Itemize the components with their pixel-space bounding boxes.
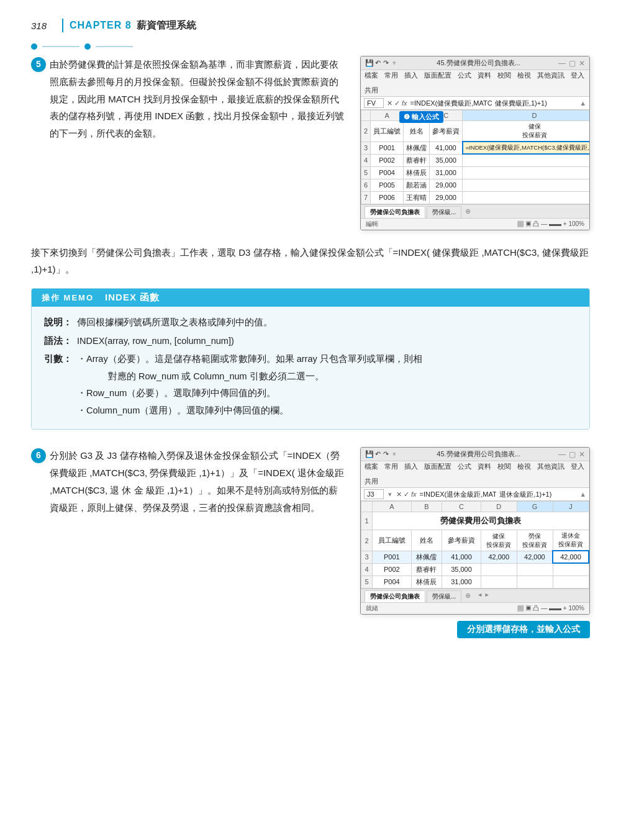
cell2-g3: 42,000 [517, 551, 553, 563]
memo-header: 操作 MEMO INDEX 函數 [32, 289, 589, 307]
col2-header-a: A [373, 502, 412, 512]
memo-args-row: 引數： ・Array（必要）。這是儲存格範圍或常數陣列。如果 array 只包含… [44, 351, 577, 419]
excel2-sep: ▾ [392, 450, 396, 458]
step5-excel-figure: 💾 ↶ ↷ ▾ 45.勞健保費用公司負擔表... — ▢ ✕ 檔案 常用 插入 [360, 56, 590, 230]
ribbon-share[interactable]: 共用 [365, 86, 378, 95]
table-row-5: 5 P004 林倩辰 31,000 [361, 166, 591, 179]
excel2-window-btns: — ▢ ✕ [558, 450, 585, 459]
excel1-close-icon: ✕ [579, 59, 585, 68]
table-row-7: 7 P006 王宥晴 29,000 [361, 191, 591, 204]
memo-box: 操作 MEMO INDEX 函數 說明： 傳回根據欄列號碼所選取之表格或陣列中的… [31, 288, 590, 430]
ribbon2-other[interactable]: 其他資訊 [537, 463, 564, 471]
cell2-d5 [481, 576, 517, 588]
ribbon2-home[interactable]: 常用 [384, 463, 398, 471]
table2-row-4: 4 P002 蔡睿軒 35,000 [361, 563, 589, 576]
step5-text2-content: 接下來切換到「勞健保公司負擔表」工作表，選取 D3 儲存格，輸入健保投保金額公式… [31, 247, 589, 275]
page-header: 318 CHAPTER 8 薪資管理系統 [31, 19, 590, 32]
ribbon-login[interactable]: 登入 [571, 71, 584, 80]
cell-d3-formula[interactable]: =INDEX(健保費級距,MATCH($C3,健保費級距,1)+1) [463, 142, 590, 154]
cell2-j5 [553, 576, 589, 588]
row-num-4: 4 [361, 154, 371, 166]
cell2-d3: 42,000 [481, 551, 517, 563]
excel1-add-sheet[interactable]: ⊕ [463, 206, 473, 218]
cell-a2: 員工編號 [371, 121, 404, 142]
step5-circle: 5 [31, 57, 46, 72]
chapter-label: CHAPTER 8 [70, 20, 132, 31]
cell2-b3: 林佩儒 [411, 551, 442, 563]
excel2-status-label: 就緒 [366, 604, 378, 613]
cell-b6: 顏若涵 [404, 179, 430, 191]
excel2-tab1[interactable]: 勞健保公司負擔表 [365, 590, 425, 602]
step6-bottom-callout-wrap: 分別選擇儲存格，並輸入公式 [360, 617, 590, 638]
cell-d4 [463, 154, 590, 166]
ribbon2-data[interactable]: 資料 [478, 463, 491, 471]
ribbon-home[interactable]: 常用 [384, 71, 398, 80]
ribbon-view[interactable]: 檢視 [517, 71, 531, 80]
ribbon2-file[interactable]: 檔案 [365, 463, 378, 471]
cell2-d2: 健保投保薪資 [481, 530, 517, 551]
step6-bottom-callout: 分別選擇儲存格，並輸入公式 [457, 621, 590, 638]
cell2-j3[interactable]: 42,000 [553, 551, 589, 563]
excel2-formula: =INDEX(退休金級距,MATCH($C3, [420, 490, 497, 499]
excel1-namebox[interactable]: FV [364, 98, 384, 108]
cell2-a3: P001 [373, 551, 412, 563]
row-num-3: 3 [361, 142, 371, 154]
formula-cancel-icon: ✕ [387, 99, 392, 107]
ribbon2-formula[interactable]: 公式 [458, 463, 471, 471]
ribbon2-share[interactable]: 共用 [365, 477, 378, 486]
col2-header-g: G [517, 502, 553, 512]
ribbon2-review[interactable]: 校閱 [497, 463, 511, 471]
ribbon-other[interactable]: 其他資訊 [537, 71, 564, 80]
cell-a4: P002 [371, 154, 404, 166]
step6-text: 分別於 G3 及 J3 儲存格輸入勞保及退休金投保金額公式「=INDEX（勞保費… [50, 447, 347, 516]
ribbon-layout[interactable]: 版面配置 [424, 71, 451, 80]
ribbon-insert[interactable]: 插入 [404, 71, 418, 80]
excel1-tab2[interactable]: 勞保級... [427, 206, 461, 218]
row2-num-2: 2 [361, 530, 373, 551]
excel1-statusbar: 編輯 ▦ ▣ 凸 — ▬▬ + 100% [361, 218, 589, 230]
cell-d5 [463, 166, 590, 179]
ribbon-review[interactable]: 校閱 [497, 71, 511, 80]
excel2-minimize-icon: — [558, 450, 566, 459]
memo-body: 說明： 傳回根據欄列號碼所選取之表格或陣列中的值。 語法： INDEX(arra… [32, 307, 589, 429]
ribbon-file[interactable]: 檔案 [365, 71, 378, 80]
table-row-4: 4 P002 蔡睿軒 35,000 [361, 154, 591, 166]
ribbon2-insert[interactable]: 插入 [404, 463, 418, 471]
excel2-tab2[interactable]: 勞保級... [427, 590, 461, 602]
ribbon-formula[interactable]: 公式 [458, 71, 471, 80]
step6-circle: 6 [31, 448, 46, 463]
excel2-add-sheet[interactable]: ⊕ [463, 590, 473, 602]
header-dots-decoration [31, 43, 590, 50]
memo-label: 操作 MEMO [42, 292, 94, 304]
memo-title: INDEX 函數 [105, 292, 160, 304]
chapter-title: 薪資管理系統 [137, 19, 196, 32]
memo-args-label: 引數： [44, 351, 72, 419]
ribbon2-layout[interactable]: 版面配置 [424, 463, 451, 471]
header-divider [62, 19, 63, 32]
excel2-undo-icon: ↶ [375, 450, 381, 458]
excel1-status-label: 編輯 [366, 220, 378, 228]
cell2-a2: 員工編號 [373, 530, 412, 551]
formula2-fx-icon: fx [411, 490, 417, 498]
excel1-ribbon: 檔案 常用 插入 版面配置 公式 資料 校閱 檢視 其他資訊 登入 共用 [361, 70, 589, 97]
memo-arg-1-cont: 對應的 Row_num 或 Column_num 引數必須二選一。 [108, 368, 577, 386]
excel2-tabs: 勞健保公司負擔表 勞保級... ⊕ ◄ ► [361, 589, 589, 602]
excel2-scroll-tabs: ◄ ► [473, 590, 493, 602]
excel2-close-icon: ✕ [579, 450, 585, 459]
row-num-6: 6 [361, 179, 371, 191]
dot-1 [31, 43, 37, 50]
ribbon2-view[interactable]: 檢視 [517, 463, 531, 471]
table-row-header: 2 員工編號 姓名 參考薪資 健保投保薪資 健保公司負擔 健保費用小計 [361, 121, 591, 142]
cell2-a4: P002 [373, 563, 412, 576]
excel1-tab1[interactable]: 勞健保公司負擔表 [365, 206, 425, 218]
excel2-formula-icons: ✕ ✓ fx [396, 490, 417, 499]
row2-num-5: 5 [361, 576, 373, 588]
cell2-b4: 蔡睿軒 [411, 563, 442, 576]
step5-text1: 由於勞健保費的計算是依照投保金額為基準，而非實際薪資，因此要依照底薪去參照每月的… [50, 56, 347, 142]
ribbon2-login[interactable]: 登入 [571, 463, 584, 471]
col2-header-d: D [481, 502, 517, 512]
ribbon-data[interactable]: 資料 [478, 71, 491, 80]
cell2-j4 [553, 563, 589, 576]
memo-args-content: ・Array（必要）。這是儲存格範圍或常數陣列。如果 array 只包含單列或單… [77, 351, 577, 419]
excel2-namebox[interactable]: J3 [364, 489, 384, 499]
